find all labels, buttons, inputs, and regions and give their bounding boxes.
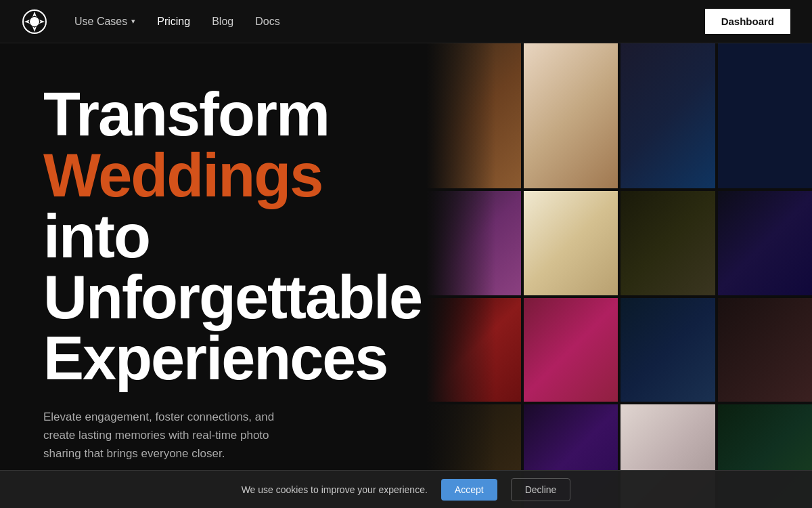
- svg-point-134: [731, 191, 771, 216]
- svg-point-129: [744, 240, 759, 259]
- svg-point-131: [766, 243, 780, 261]
- chevron-down-icon: ▾: [131, 17, 135, 26]
- svg-rect-56: [524, 302, 618, 397]
- svg-point-13: [447, 98, 454, 104]
- docs-link[interactable]: Docs: [255, 16, 279, 27]
- svg-point-79: [654, 121, 665, 134]
- svg-rect-97: [621, 302, 715, 397]
- svg-rect-125: [718, 196, 813, 291]
- svg-rect-51: [524, 196, 618, 291]
- svg-rect-7: [441, 125, 452, 149]
- svg-point-66: [526, 419, 560, 453]
- photo-col-3: [621, 43, 715, 508]
- use-cases-link[interactable]: Use Cases ▾: [74, 16, 135, 28]
- svg-point-105: [669, 363, 683, 381]
- svg-rect-26: [426, 302, 521, 397]
- svg-rect-15: [426, 59, 521, 173]
- svg-point-35: [498, 424, 503, 429]
- cookie-accept-button[interactable]: Accept: [441, 479, 497, 501]
- svg-point-53: [557, 213, 584, 246]
- svg-rect-141: [766, 335, 778, 341]
- svg-point-95: [673, 242, 690, 261]
- blog-link[interactable]: Blog: [212, 16, 233, 27]
- photo-col-1: [426, 43, 521, 508]
- nav-item-blog[interactable]: Blog: [212, 16, 233, 28]
- svg-point-24: [447, 236, 466, 247]
- nav-left: Use Cases ▾ Pricing Blog Docs: [22, 9, 280, 35]
- svg-point-87: [641, 207, 646, 212]
- svg-rect-2: [426, 59, 521, 173]
- pricing-link[interactable]: Pricing: [157, 16, 190, 27]
- photo-cell-toast: [524, 191, 618, 295]
- svg-point-138: [746, 318, 784, 361]
- svg-point-78: [638, 115, 650, 130]
- svg-rect-100: [648, 322, 688, 343]
- svg-point-67: [570, 429, 611, 470]
- nav-item-pricing[interactable]: Pricing: [157, 16, 190, 28]
- photo-cell-outdoor-screen: [621, 298, 715, 402]
- cookie-decline-button[interactable]: Decline: [511, 478, 571, 501]
- svg-rect-96: [673, 261, 690, 291]
- photo-cell-dinner: [426, 43, 521, 188]
- svg-point-112: [667, 435, 690, 462]
- svg-point-119: [752, 125, 766, 143]
- svg-point-121: [784, 124, 797, 142]
- svg-point-82: [697, 114, 709, 129]
- svg-point-93: [642, 243, 660, 263]
- svg-rect-136: [718, 302, 813, 397]
- photo-cell-concert: [621, 43, 715, 188]
- svg-point-117: [721, 124, 734, 142]
- svg-rect-12: [450, 102, 452, 116]
- svg-point-29: [478, 338, 497, 361]
- nav-links: Use Cases ▾ Pricing Blog Docs: [74, 16, 280, 28]
- svg-point-47: [564, 114, 580, 131]
- svg-rect-128: [728, 226, 731, 255]
- svg-point-44: [524, 45, 618, 153]
- svg-point-80: [667, 117, 679, 131]
- svg-point-48: [562, 114, 572, 125]
- svg-point-89: [689, 207, 694, 212]
- svg-rect-85: [621, 196, 715, 291]
- cookie-banner: We use cookies to improve your experienc…: [0, 470, 812, 508]
- svg-point-38: [492, 440, 496, 444]
- svg-point-118: [736, 120, 750, 139]
- photo-cell-audience: [718, 43, 813, 188]
- svg-rect-115: [718, 59, 813, 173]
- photo-cell-bw-portrait: [718, 298, 813, 402]
- photo-col-4: [718, 43, 813, 508]
- logo[interactable]: [22, 9, 47, 35]
- photo-col-2: [524, 43, 618, 508]
- svg-rect-94: [642, 263, 659, 291]
- svg-rect-43: [524, 59, 618, 173]
- svg-rect-30: [478, 361, 495, 398]
- photo-cell-wedding-couple: [524, 43, 618, 188]
- svg-point-122: [798, 120, 812, 137]
- svg-rect-46: [549, 110, 572, 175]
- svg-rect-98: [637, 312, 698, 353]
- photo-cell-outdoor-lights: [621, 191, 715, 295]
- nav-item-use-cases[interactable]: Use Cases ▾: [74, 16, 135, 28]
- svg-point-59: [541, 338, 560, 361]
- nav-item-docs[interactable]: Docs: [255, 16, 279, 28]
- svg-point-110: [633, 437, 655, 463]
- svg-rect-55: [581, 216, 583, 236]
- svg-rect-3: [426, 112, 521, 173]
- svg-point-27: [449, 341, 471, 365]
- svg-point-133: [786, 240, 800, 257]
- svg-point-20: [447, 231, 467, 255]
- svg-point-77: [625, 119, 636, 133]
- svg-point-120: [767, 121, 782, 140]
- svg-point-19: [489, 208, 499, 217]
- svg-point-114: [696, 440, 714, 462]
- svg-rect-23: [482, 255, 498, 289]
- hero-line4: Unforgettable: [43, 263, 422, 331]
- svg-point-103: [633, 364, 648, 382]
- svg-point-4: [433, 136, 514, 156]
- dashboard-button[interactable]: Dashboard: [705, 9, 790, 34]
- svg-rect-149: [768, 429, 778, 443]
- hero-line1: Transform: [43, 81, 329, 148]
- svg-point-45: [548, 81, 572, 110]
- svg-rect-54: [557, 246, 584, 293]
- svg-point-37: [471, 440, 476, 446]
- svg-point-36: [445, 441, 449, 445]
